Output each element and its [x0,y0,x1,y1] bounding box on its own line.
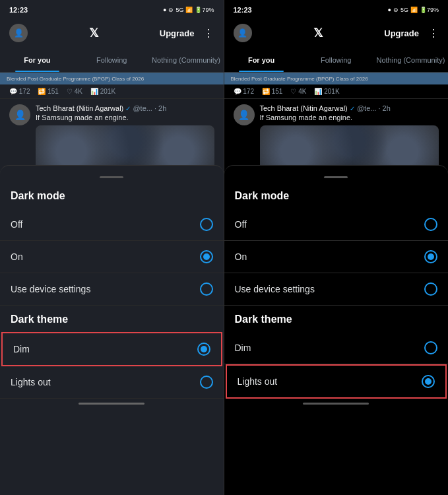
avatar-left[interactable]: 👤 [9,24,28,42]
stat-likes-left: ♡ 4K [67,88,82,95]
option-dim-label-right: Dim [235,343,251,353]
tweet-time-left: · 2h [154,104,166,112]
nav-right-right: Upgrade ⋮ [384,27,439,40]
radio-off-right[interactable] [424,218,437,231]
signal-bars-left: 📶 [185,7,193,13]
tweet-avatar-left: 👤 [9,104,30,125]
left-panel: 12:23 ● ⊖ 5G 📶 🔋79% 👤 𝕏 Upgrade ⋮ For yo… [0,0,224,495]
home-bar-right [303,403,369,405]
stat-comments-left: 💬 172 [9,88,30,95]
more-menu-right[interactable]: ⋮ [428,27,439,40]
radio-on-left[interactable] [200,250,213,263]
tab-community-right[interactable]: Nothing (Community) [373,48,448,72]
feed-top-bar-left: Blended Post Graduate Programme (BPGP) C… [0,73,224,84]
avatar-right[interactable]: 👤 [234,24,252,42]
tweet-row-left: 👤 Tech Bharat (Nitin Agarwal) ✓ @te... ·… [0,99,224,165]
sheet-handle-left [100,176,123,178]
stat-views-right: 📊 201K [314,88,339,95]
stat-likes-right: ♡ 4K [290,88,306,95]
feed-top-bar-right: Blended Post Graduate Programme (BPGP) C… [224,73,449,84]
tab-following-right[interactable]: Following [299,48,373,72]
option-lights-out-right[interactable]: Lights out [226,364,447,399]
stat-retweets-left: 🔁 151 [38,88,58,95]
radio-device-left[interactable] [200,282,213,296]
option-off-label-left: Off [11,219,22,230]
option-dim-left[interactable]: Dim [1,332,222,366]
option-off-left[interactable]: Off [0,209,224,241]
battery-icon-left: 🔋79% [195,7,214,13]
stat-retweets-right: 🔁 151 [262,88,282,95]
signal-icon-left: ● [163,7,166,13]
tweet-avatar-right: 👤 [234,104,255,125]
tweet-content-left: Tech Bharat (Nitin Agarwal) ✓ @te... · 2… [36,104,214,165]
sim-icon-right: ⊖ [393,7,399,13]
feed-top-text-left: Blended Post Graduate Programme (BPGP) C… [7,76,144,82]
dark-mode-title-left: Dark mode [0,187,224,209]
nav-right-left: Upgrade ⋮ [160,27,214,40]
divider-right [224,306,449,311]
radio-lights-out-left[interactable] [200,376,213,389]
option-off-label-right: Off [235,219,247,230]
feed-preview-left: Blended Post Graduate Programme (BPGP) C… [0,73,224,165]
radio-dim-left[interactable] [197,343,210,356]
verified-badge-right: ✓ [350,105,355,112]
battery-icon-right: 🔋79% [420,7,439,13]
option-lights-out-label-left: Lights out [11,377,51,387]
radio-dim-right[interactable] [424,341,437,354]
status-bar-right: 12:23 ● ⊖ 5G 📶 🔋79% [224,0,449,18]
tweet-image-left [36,125,214,165]
radio-on-right[interactable] [424,250,437,263]
signal-bars-right: 📶 [410,7,418,13]
option-dim-right[interactable]: Dim [224,332,449,364]
option-off-right[interactable]: Off [224,209,449,241]
right-panel: 12:23 ● ⊖ 5G 📶 🔋79% 👤 𝕏 Upgrade ⋮ For yo… [224,0,449,495]
option-device-right[interactable]: Use device settings [224,273,449,306]
upgrade-button-right[interactable]: Upgrade [384,28,419,38]
radio-lights-out-right[interactable] [422,375,435,388]
feed-stats-right: 💬 172 🔁 151 ♡ 4K 📊 201K [224,84,449,99]
tweet-time-right: · 2h [378,104,390,112]
divider-left [0,306,224,311]
status-time-left: 12:23 [9,6,28,14]
option-device-label-right: Use device settings [235,284,315,294]
engine-graphic-left [36,125,214,165]
network-icon-left: 5G [176,7,183,13]
bottom-sheet-left: Dark mode Off On Use device settings Dar… [0,165,224,495]
stat-comments-right: 💬 172 [234,88,254,95]
more-menu-left[interactable]: ⋮ [203,27,214,40]
tabs-left: For you Following Nothing (Community) [0,48,224,73]
top-nav-right: 👤 𝕏 Upgrade ⋮ [224,18,449,48]
status-icons-right: ● ⊖ 5G 📶 🔋79% [388,7,439,13]
bottom-sheet-right: Dark mode Off On Use device settings Dar… [224,165,449,495]
x-logo-right: 𝕏 [313,26,323,40]
tab-following-left[interactable]: Following [75,48,149,72]
option-on-label-right: On [235,251,247,262]
signal-icon-right: ● [388,7,391,13]
option-device-left[interactable]: Use device settings [0,273,224,306]
home-indicator-right [224,399,449,411]
option-lights-out-left[interactable]: Lights out [0,366,224,399]
option-dim-label-left: Dim [13,344,30,354]
tweet-author-right: Tech Bharat (Nitin Agarwal) ✓ @te... · 2… [260,104,439,112]
tweet-text-left: If Samsung made an engine. [36,114,214,121]
tweet-row-right: 👤 Tech Bharat (Nitin Agarwal) ✓ @te... ·… [224,99,449,165]
verified-badge-left: ✓ [125,105,131,112]
upgrade-button-left[interactable]: Upgrade [160,28,195,38]
status-bar-left: 12:23 ● ⊖ 5G 📶 🔋79% [0,0,224,18]
option-on-right[interactable]: On [224,241,449,273]
tab-community-left[interactable]: Nothing (Community) [149,48,224,72]
tweet-author-left: Tech Bharat (Nitin Agarwal) ✓ @te... · 2… [36,104,214,112]
radio-off-left[interactable] [200,218,213,231]
radio-device-right[interactable] [424,282,437,296]
tab-for-you-right[interactable]: For you [224,48,299,72]
home-indicator-left [0,399,224,411]
option-on-label-left: On [11,251,23,262]
option-on-left[interactable]: On [0,241,224,273]
option-device-label-left: Use device settings [11,284,90,294]
engine-graphic-right [260,125,439,165]
network-icon-right: 5G [400,7,408,13]
sheet-handle-right [324,176,348,178]
tweet-handle-left: @te... [133,104,152,112]
tabs-right: For you Following Nothing (Community) [224,48,449,73]
tab-for-you-left[interactable]: For you [0,48,75,72]
